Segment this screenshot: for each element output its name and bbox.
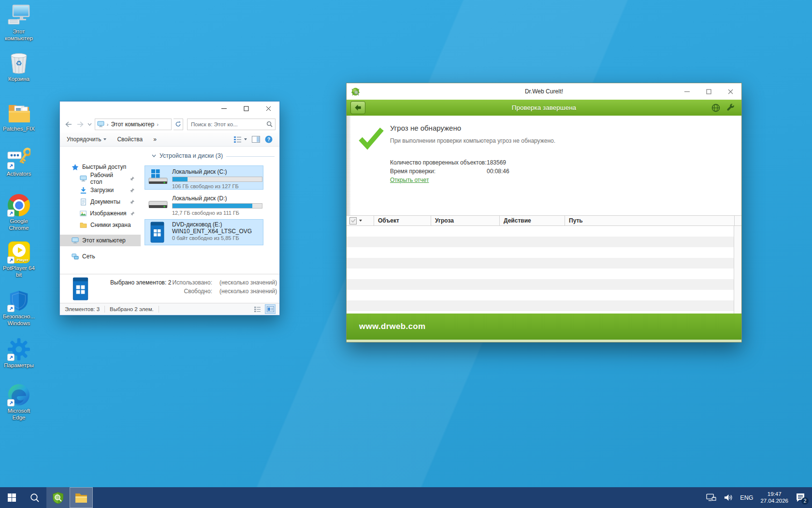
desktop-icon-patches-fix[interactable]: Patches_FIX [0, 101, 37, 133]
this-pc-mini-icon [97, 121, 104, 127]
search-input[interactable] [190, 121, 266, 128]
close-button[interactable] [257, 102, 279, 116]
wrench-icon[interactable] [726, 104, 735, 112]
explorer-file-list: Устройства и диски (3) Локальный диск (C… [141, 147, 279, 274]
open-report-link[interactable]: Открыть отчет [390, 177, 429, 183]
recycle-bin-icon: ♻ [7, 51, 30, 75]
desktop-icon-edge[interactable]: Microsoft Edge [0, 383, 37, 421]
globe-icon[interactable] [711, 104, 720, 112]
search-icon [30, 493, 40, 503]
tiles-view-button[interactable] [265, 304, 276, 314]
used-label: Использовано: [159, 279, 212, 286]
network-icon[interactable] [706, 493, 716, 502]
taskbar-search-button[interactable] [23, 487, 46, 508]
sidebar-item-downloads[interactable]: Загрузки [60, 184, 141, 196]
drive-name: DVD-дисковод (E:) [172, 221, 222, 228]
column-header-action[interactable]: Действие [499, 216, 565, 225]
action-center-button[interactable]: 2 [796, 493, 805, 502]
minimize-button[interactable] [676, 83, 698, 100]
result-title: Угроз не обнаружено [390, 124, 461, 132]
search-icon[interactable] [266, 121, 273, 127]
preview-pane-icon [252, 136, 260, 143]
view-list-icon [234, 136, 242, 143]
details-view-icon [254, 306, 261, 312]
desktop-icon-activators[interactable]: Activators [0, 146, 37, 178]
desktop-icon-this-pc[interactable]: Этот компьютер [0, 4, 37, 42]
desktop-icon-label: Microsoft Edge [0, 408, 37, 421]
maximize-button[interactable] [235, 102, 257, 116]
desktop-icon-potplayer[interactable]: Player PotPlayer 64 bit [0, 240, 37, 278]
preview-pane-button[interactable] [252, 136, 260, 143]
taskbar-explorer-button[interactable] [70, 487, 93, 508]
search-box [187, 119, 276, 130]
sidebar-item-pictures[interactable]: Изображения [60, 208, 141, 219]
chevron-down-icon [152, 154, 156, 157]
drweb-website-link[interactable]: www.drweb.com [347, 322, 425, 331]
drweb-titlebar: Dr.Web CureIt! [347, 83, 741, 100]
explorer-details-pane: Выбрано элементов: 2 Использовано: (неск… [60, 274, 279, 303]
scrollbar-track[interactable] [734, 226, 741, 314]
drive-free-space: 12,7 ГБ свободно из 111 ГБ [172, 210, 239, 216]
properties-button[interactable]: Свойства [117, 136, 143, 143]
details-view-button[interactable] [252, 304, 263, 314]
desktop-icon-label: Безопасно... Windows [0, 314, 37, 327]
back-button[interactable] [350, 101, 365, 114]
group-header-devices-and-drives[interactable]: Устройства и диски (3) [141, 152, 275, 159]
shortcut-arrow-icon [7, 305, 14, 312]
svg-text:♻: ♻ [15, 59, 22, 68]
sidebar-item-documents[interactable]: Документы [60, 196, 141, 208]
sidebar-item-quick-access[interactable]: Быстрый доступ [60, 161, 141, 173]
drive-d-tile[interactable]: Локальный диск (D:) 12,7 ГБ свободно из … [145, 193, 263, 216]
close-button[interactable] [720, 83, 741, 100]
disc-label: WIN10_ENT_X64_LTSC_OVG [172, 228, 252, 235]
sidebar-item-screenshots[interactable]: Снимки экрана [60, 219, 141, 231]
potplayer-icon: Player [7, 240, 30, 264]
change-view-button[interactable] [234, 136, 247, 143]
pin-icon [130, 211, 135, 216]
hdd-os-drive-icon [147, 167, 169, 188]
back-button[interactable] [64, 119, 73, 130]
folder-icon [80, 222, 87, 228]
language-indicator[interactable]: ENG [740, 494, 753, 501]
address-bar[interactable]: › Этот компьютер › [95, 119, 172, 130]
desktop-icon-settings[interactable]: Параметры [0, 338, 37, 369]
explorer-sidebar: Быстрый доступ Рабочий стол Загрузки [60, 147, 141, 274]
desktop-icon-windows-security[interactable]: Безопасно... Windows [0, 289, 37, 327]
address-dropdown-icon[interactable] [165, 123, 169, 126]
forward-button[interactable] [75, 119, 85, 130]
desktop-icon-chrome[interactable]: Google Chrome [0, 194, 37, 231]
sidebar-item-desktop[interactable]: Рабочий стол [60, 173, 141, 184]
clock[interactable]: 19:47 27.04.2026 [760, 491, 788, 504]
drive-e-tile[interactable]: DVD-дисковод (E:) WIN10_ENT_X64_LTSC_OVG… [145, 219, 263, 245]
toolbar-overflow-button[interactable]: » [153, 136, 157, 143]
minimize-button[interactable] [213, 102, 235, 116]
result-subtitle: При выполнении проверки компьютера угроз… [390, 137, 555, 144]
volume-icon[interactable] [724, 493, 733, 502]
taskbar-drweb-button[interactable] [46, 487, 70, 508]
hdd-drive-icon [147, 197, 169, 212]
column-header-object[interactable]: Объект [374, 216, 431, 225]
scan-results-table-header: Объект Угроза Действие Путь [347, 215, 741, 226]
desktop-icon-recycle-bin[interactable]: ♻ Корзина [0, 51, 37, 83]
network-icon [72, 253, 79, 260]
help-button[interactable]: ? [265, 135, 273, 143]
drive-c-tile[interactable]: Локальный диск (C:) 106 ГБ свободно из 1… [145, 165, 263, 190]
edge-icon [7, 383, 30, 406]
recent-locations-chevron-icon[interactable] [87, 119, 93, 130]
start-button[interactable] [0, 487, 23, 508]
stat-label: Количество проверенных объектов: [390, 159, 487, 166]
maximize-button[interactable] [698, 83, 720, 100]
explorer-address-row: › Этот компьютер › [60, 116, 279, 133]
breadcrumb-separator: › [156, 121, 159, 127]
sidebar-item-network[interactable]: Сеть [60, 251, 141, 262]
column-header-threat[interactable]: Угроза [431, 216, 499, 225]
refresh-button[interactable] [174, 119, 183, 130]
free-label: Свободно: [159, 288, 212, 295]
organize-menu-button[interactable]: Упорядочить [67, 136, 106, 143]
breadcrumb[interactable]: Этот компьютер [111, 121, 154, 128]
selected-count: Выбрано 2 элем. [110, 306, 154, 312]
select-all-header-cell[interactable] [347, 216, 374, 225]
select-all-checkbox[interactable] [349, 217, 357, 224]
column-header-path[interactable]: Путь [565, 216, 734, 225]
sidebar-item-this-pc[interactable]: Этот компьютер [60, 235, 141, 246]
